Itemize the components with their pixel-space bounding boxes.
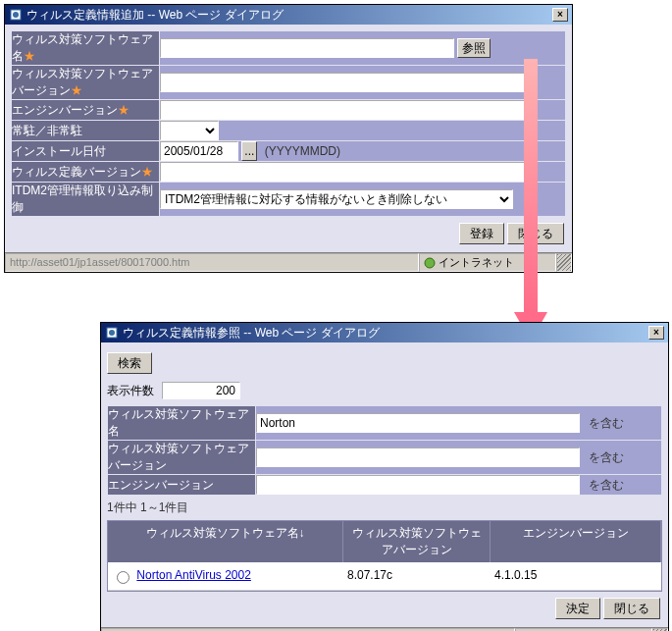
result-header: ウィルス対策ソフトウェア名↓ ウィルス対策ソフトウェアバージョン エンジンバージ… [108,521,661,562]
dialog-body: ウィルス対策ソフトウェア名★ 参照 ウィルス対策ソフトウェアバージョン★ エンジ… [5,25,572,252]
button-row: 決定 閉じる [107,592,662,621]
svg-point-1 [13,12,19,18]
svg-rect-3 [524,59,538,314]
app-icon [105,326,119,340]
engine-version-input[interactable] [160,100,533,120]
dialog-title: ウィルス定義情報追加 -- Web ページ ダイアログ [26,7,552,24]
col-header-engine[interactable]: エンジンバージョン [491,521,661,562]
label-itdm2: ITDM2管理情報取り込み制御 [12,183,159,216]
statusbar: http://asset01/jp1asset/80017000.htm イント… [5,252,572,272]
statusbar: http://asset01/jp1asset/80017050.htm イント… [101,627,668,631]
result-table: ウィルス対策ソフトウェア名↓ ウィルス対策ソフトウェアバージョン エンジンバージ… [107,520,662,592]
col-header-version[interactable]: ウィルス対策ソフトウェアバージョン [343,521,491,562]
count-row: 表示件数 [107,382,662,405]
label-engine-version: エンジンバージョン★ [12,100,159,120]
svg-point-6 [109,330,115,336]
zone-icon [424,257,436,269]
count-label: 表示件数 [107,383,154,399]
label-install-date: インストール日付 [12,141,159,161]
filter-engine-input[interactable] [256,475,580,495]
titlebar: ウィルス定義情報追加 -- Web ページ ダイアログ × [5,5,572,25]
date-hint: (YYYYMMDD) [265,144,340,158]
label-resident: 常駐／非常駐 [12,121,159,140]
flow-arrow-icon [506,59,555,343]
dialog-title: ウィルス定義情報参照 -- Web ページ ダイアログ [123,325,648,342]
itdm2-select[interactable]: ITDM2管理情報に対応する情報がないとき削除しない [160,189,513,209]
browse-button[interactable]: 参照 [457,38,491,58]
register-button[interactable]: 登録 [459,223,504,244]
av-version-input[interactable] [160,73,533,92]
suffix-contains: を含む [583,478,624,492]
titlebar: ウィルス定義情報参照 -- Web ページ ダイアログ × [101,323,668,342]
filter-name-input[interactable] [256,413,580,433]
label-filter-name: ウィルス対策ソフトウェア名 [108,406,255,440]
resident-select[interactable] [160,121,219,140]
result-count: 1件中 1～1件目 [107,496,662,520]
table-row: Norton AntiVirus 2002 8.07.17c 4.1.0.15 [108,562,661,591]
row-radio[interactable] [117,571,129,584]
form-table: ウィルス対策ソフトウェア名★ 参照 ウィルス対策ソフトウェアバージョン★ エンジ… [11,30,566,217]
row-name-link[interactable]: Norton AntiVirus 2002 [136,568,251,582]
def-version-input[interactable] [160,162,533,182]
label-av-version: ウィルス対策ソフトウェアバージョン★ [12,66,159,99]
row-engine: 4.1.0.15 [491,562,661,590]
col-header-name[interactable]: ウィルス対策ソフトウェア名↓ [108,521,343,562]
filter-version-input[interactable] [256,447,580,467]
browse-dialog: ウィルス定義情報参照 -- Web ページ ダイアログ × 検索 表示件数 ウィ… [100,322,669,631]
dialog-body: 検索 表示件数 ウィルス対策ソフトウェア名 を含む ウィルス対策ソフトウェアバー… [101,342,668,627]
av-name-input[interactable] [160,38,454,58]
count-input[interactable] [162,382,240,399]
row-version: 8.07.17c [343,562,491,590]
decide-button[interactable]: 決定 [555,598,600,619]
filter-table: ウィルス対策ソフトウェア名 を含む ウィルス対策ソフトウェアバージョン を含む … [107,405,662,496]
label-filter-version: ウィルス対策ソフトウェアバージョン [108,441,255,474]
label-def-version: ウィルス定義バージョン★ [12,162,159,182]
button-row: 登録 閉じる [11,217,566,246]
suffix-contains: を含む [583,416,624,430]
label-av-name: ウィルス対策ソフトウェア名★ [12,31,159,65]
svg-point-2 [425,258,435,268]
status-url: http://asset01/jp1asset/80017000.htm [5,253,419,272]
label-filter-engine: エンジンバージョン [108,475,255,495]
search-button[interactable]: 検索 [107,352,152,374]
resize-grip[interactable] [556,253,572,272]
top-button-row: 検索 [107,348,662,382]
close-icon[interactable]: × [552,8,568,22]
install-date-input[interactable] [160,141,238,161]
add-dialog: ウィルス定義情報追加 -- Web ページ ダイアログ × ウィルス対策ソフトウ… [4,4,573,273]
app-icon [9,8,23,22]
date-pick-button[interactable]: ... [241,141,257,161]
close-icon[interactable]: × [648,326,664,340]
close-button[interactable]: 閉じる [603,598,660,619]
suffix-contains: を含む [583,450,624,464]
